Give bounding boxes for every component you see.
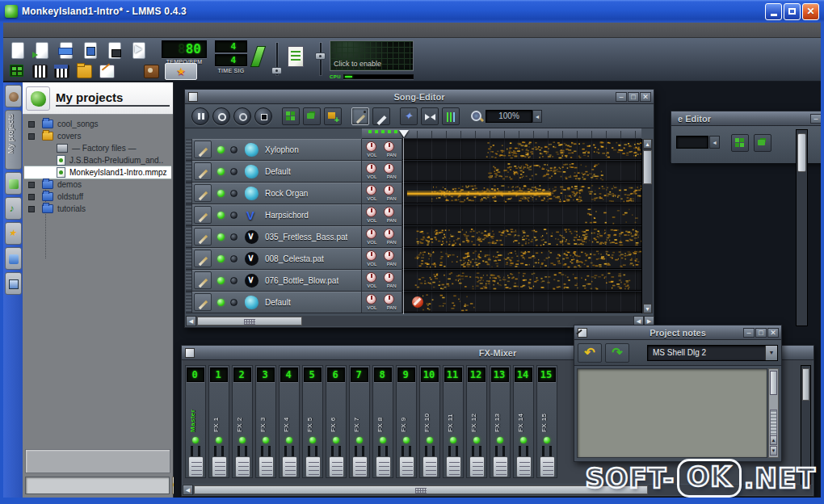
tempo-lcd[interactable]: 880 xyxy=(162,40,207,58)
track-pattern-lane[interactable] xyxy=(402,139,641,160)
track-solo-led[interactable] xyxy=(230,255,238,262)
track-grip-handle[interactable] xyxy=(186,226,192,247)
star-button[interactable] xyxy=(165,63,197,80)
fx-channel-led[interactable] xyxy=(450,437,456,443)
track-mute-led[interactable] xyxy=(217,233,225,241)
track-name[interactable]: Rock Organ xyxy=(265,189,308,198)
track-pattern-lane[interactable] xyxy=(402,292,641,313)
fx-fader-handle[interactable] xyxy=(446,456,461,477)
tree-expand-box[interactable] xyxy=(28,133,35,140)
toolbar-icon[interactable]: open-project xyxy=(31,40,52,60)
tree-item[interactable]: oldstuff xyxy=(24,191,171,203)
tree-item[interactable]: MonkeyIsland1-Intro.mmpz xyxy=(24,166,171,178)
track-pattern-lane[interactable] xyxy=(402,226,641,247)
sidebar-tab[interactable] xyxy=(5,172,22,195)
track-solo-led[interactable] xyxy=(230,146,238,153)
tree-expand-box[interactable] xyxy=(28,182,35,188)
menu-item[interactable] xyxy=(37,28,52,32)
track-header[interactable]: Default xyxy=(186,161,362,182)
fx-channel-strip[interactable]: 9 FX 9 xyxy=(396,365,417,478)
track-header[interactable]: 035_Fretless_Bass.pat xyxy=(186,226,362,247)
draw-mode-button[interactable] xyxy=(351,107,369,125)
fx-channel-led[interactable] xyxy=(497,437,503,443)
track-grip-handle[interactable] xyxy=(186,248,192,269)
tree-item[interactable]: — Factory files — xyxy=(24,142,171,154)
minimize-button[interactable] xyxy=(765,3,782,20)
volume-knob[interactable] xyxy=(366,207,376,217)
volume-knob[interactable] xyxy=(366,141,376,152)
bb-spin-button[interactable]: ◂ xyxy=(709,136,720,149)
zoom-spin-button[interactable]: ◂ xyxy=(532,110,542,123)
track-mute-led[interactable] xyxy=(217,168,225,175)
edit-mode-button[interactable] xyxy=(372,107,390,125)
song-editor-titlebar[interactable]: Song-Editor – □ ✕ xyxy=(185,90,654,104)
fx-channel-strip[interactable]: 6 FX 6 xyxy=(326,365,347,478)
toolbar-icon[interactable]: toggle-bb-editor xyxy=(29,61,48,81)
track-solo-led[interactable] xyxy=(230,233,238,241)
track-name[interactable]: Default xyxy=(265,167,291,176)
track-name[interactable]: 076_Bottle_Blow.pat xyxy=(265,276,338,285)
pan-knob[interactable] xyxy=(384,294,394,304)
sidebar-tab[interactable] xyxy=(5,272,22,295)
toolbar-icon[interactable]: new-project xyxy=(6,40,27,60)
track-solo-led[interactable] xyxy=(230,299,238,306)
track-ops-button[interactable] xyxy=(194,250,212,267)
tree-item[interactable]: J.S.Bach-Preludium_and.. xyxy=(24,154,171,166)
add-sample-track-button[interactable] xyxy=(754,134,771,152)
redo-button[interactable] xyxy=(605,343,629,363)
sidebar-tab[interactable] xyxy=(5,85,22,107)
fx-channel-led[interactable] xyxy=(309,437,316,443)
minimize-button[interactable]: – xyxy=(810,114,821,124)
volume-knob[interactable] xyxy=(366,272,376,283)
track-name[interactable]: 008_Celesta.pat xyxy=(265,254,324,263)
notes-text-area[interactable] xyxy=(577,368,767,458)
sidebar-tab[interactable] xyxy=(5,247,22,270)
add-bb-track-button[interactable] xyxy=(731,134,749,152)
sidebar-tab[interactable] xyxy=(5,197,22,220)
track-pattern-lane[interactable] xyxy=(402,204,641,225)
tree-item[interactable]: cool_songs xyxy=(24,118,171,130)
menu-item[interactable] xyxy=(8,28,23,32)
instrument-icon[interactable] xyxy=(245,143,259,157)
track-ops-button[interactable] xyxy=(194,228,212,246)
fx-fader-handle[interactable] xyxy=(399,456,414,477)
fx-channel-led[interactable] xyxy=(544,437,550,443)
fx-channel-led[interactable] xyxy=(427,437,433,443)
track-ops-button[interactable] xyxy=(194,271,212,289)
muted-pattern-icon[interactable] xyxy=(412,296,423,308)
instrument-icon[interactable] xyxy=(245,296,259,309)
volume-knob[interactable] xyxy=(366,163,376,174)
fx-fader-handle[interactable] xyxy=(282,456,297,477)
toolbar-icon[interactable]: toggle-fx-mixer xyxy=(74,61,93,81)
timesig-numerator-lcd[interactable]: 4 xyxy=(215,40,247,52)
minimize-button[interactable]: – xyxy=(616,92,627,102)
track-grip-handle[interactable] xyxy=(186,292,192,313)
chevron-down-icon[interactable]: ▼ xyxy=(765,346,777,360)
add-bb-track-button[interactable] xyxy=(282,107,300,125)
play-button[interactable] xyxy=(191,107,209,125)
fx-channel-strip[interactable]: 15 FX 15 xyxy=(536,365,557,478)
track-mute-led[interactable] xyxy=(217,190,225,197)
toolbar-icon[interactable]: toggle-piano-roll xyxy=(51,61,70,81)
tree-item[interactable]: tutorials xyxy=(24,203,171,215)
font-combo[interactable]: MS Shell Dlg 2 ▼ xyxy=(647,345,778,361)
track-header[interactable]: Default xyxy=(186,292,362,313)
track-mute-led[interactable] xyxy=(217,255,225,262)
track-name[interactable]: Default xyxy=(265,298,291,307)
fx-channel-strip[interactable]: 14 FX 14 xyxy=(513,365,534,478)
master-volume-slider[interactable] xyxy=(273,43,281,75)
song-editor-vertical-scrollbar[interactable]: ▲ ▼ xyxy=(641,139,653,313)
fx-channel-strip[interactable]: 10 FX 10 xyxy=(419,365,440,478)
sidebar-tab[interactable]: My projects xyxy=(5,110,22,170)
sidebar-tab[interactable] xyxy=(5,222,22,245)
track-header[interactable]: Xylophon xyxy=(186,139,362,160)
zoom-level-lcd[interactable]: 100% xyxy=(486,110,532,123)
toolbar-icon[interactable]: toggle-automation-editor xyxy=(96,61,116,81)
track-mute-led[interactable] xyxy=(217,277,225,284)
track-mute-led[interactable] xyxy=(217,146,225,153)
pan-knob[interactable] xyxy=(384,272,394,283)
pan-knob[interactable] xyxy=(384,207,394,217)
fx-fader-handle[interactable] xyxy=(305,456,321,477)
track-mute-led[interactable] xyxy=(217,212,225,219)
fx-channel-strip[interactable]: 5 FX 5 xyxy=(302,365,323,478)
